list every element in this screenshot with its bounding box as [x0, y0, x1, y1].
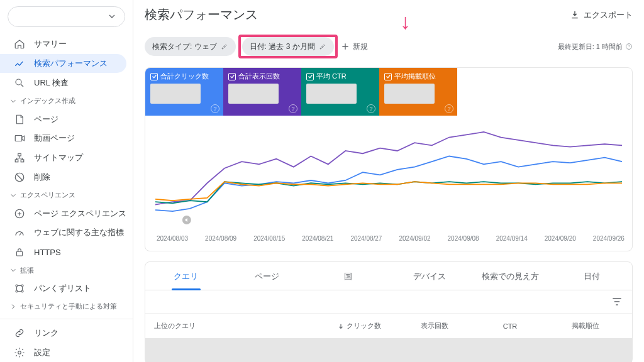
svg-point-8	[16, 285, 18, 287]
metric-value-redacted	[228, 84, 279, 104]
caret-right-icon	[10, 304, 16, 310]
metric-clicks[interactable]: 合計クリック数?	[145, 68, 223, 116]
performance-card: 合計クリック数? 合計表示回数? 平均 CTR? 平均掲載順位? 2024/08…	[145, 67, 633, 251]
filters-row: ↓ 検索タイプ: ウェブ 日付: 過去 3 か月間 新規 最終更新日: 1 時間…	[145, 37, 633, 56]
svg-rect-4	[21, 160, 24, 162]
tab-5[interactable]: 日付	[551, 262, 632, 290]
section-heading-experience[interactable]: エクスペリエンス	[0, 187, 133, 204]
caret-down-icon	[10, 98, 16, 104]
tab-2[interactable]: 国	[308, 262, 389, 290]
metric-value-redacted	[384, 84, 435, 104]
breakdown-card: クエリページ国デバイス検索での見え方日付 上位のクエリ クリック数 表示回数 C…	[145, 261, 633, 362]
caret-down-icon	[10, 267, 16, 273]
metric-boxes: 合計クリック数? 合計表示回数? 平均 CTR? 平均掲載順位?	[145, 68, 632, 116]
x-tick: 2024/08/27	[350, 235, 382, 242]
sidebar-item-url-inspect[interactable]: URL 検査	[0, 73, 126, 92]
sidebar-item-web-vitals[interactable]: ウェブに関する主な指標	[0, 223, 126, 243]
tab-0[interactable]: クエリ	[145, 262, 226, 290]
sidebar-item-breadcrumbs[interactable]: パンくずリスト	[0, 279, 126, 299]
svg-rect-7	[17, 251, 23, 256]
svg-point-11	[21, 290, 23, 292]
download-icon	[570, 10, 580, 20]
pencil-icon	[319, 43, 326, 50]
property-select[interactable]	[8, 6, 125, 27]
sort-down-icon	[338, 323, 344, 329]
x-axis-labels: 2024/08/032024/08/092024/08/152024/08/21…	[150, 234, 627, 246]
page-title: 検索パフォーマンス	[145, 6, 258, 23]
metric-position[interactable]: 平均掲載順位?	[379, 68, 457, 116]
gear-icon	[14, 347, 25, 358]
checkbox-icon	[306, 73, 314, 80]
tab-1[interactable]: ページ	[226, 262, 308, 290]
help-icon[interactable]: ?	[211, 104, 219, 113]
x-tick: 2024/09/02	[399, 235, 430, 242]
help-icon[interactable]: ?	[289, 104, 297, 113]
trend-icon	[14, 58, 25, 69]
help-icon[interactable]: ?	[367, 104, 375, 113]
x-tick: 2024/08/03	[157, 235, 188, 242]
filter-icon[interactable]	[611, 295, 623, 308]
metric-ctr[interactable]: 平均 CTR?	[301, 68, 379, 116]
main-content: 検索パフォーマンス エクスポート ↓ 検索タイプ: ウェブ 日付: 過去 3 か…	[133, 0, 644, 362]
sidebar-item-pages[interactable]: ページ	[0, 109, 126, 129]
add-filter-button[interactable]: 新規	[340, 41, 368, 52]
svg-point-12	[18, 351, 21, 354]
sidebar: サマリー 検索パフォーマンス URL 検査 インデックス作成 ページ 動画ページ…	[0, 0, 133, 362]
metric-value-redacted	[150, 84, 201, 104]
sidebar-item-https[interactable]: HTTPS	[0, 243, 126, 262]
section-heading-security[interactable]: セキュリティと手動による対策	[0, 298, 133, 315]
svg-point-0	[16, 79, 21, 85]
last-updated: 最終更新日: 1 時間前	[558, 42, 633, 52]
sidebar-item-links[interactable]: リンク	[0, 323, 126, 343]
metric-value-redacted	[306, 84, 357, 104]
line-chart: 2024/08/032024/08/092024/08/152024/08/21…	[145, 116, 632, 251]
x-tick: 2024/08/09	[205, 235, 236, 242]
section-heading-enh[interactable]: 拡張	[0, 262, 133, 279]
table-header: 上位のクエリ クリック数 表示回数 CTR 掲載順位	[145, 313, 632, 338]
remove-icon	[14, 172, 25, 183]
svg-point-9	[21, 285, 23, 287]
caret-down-icon	[10, 192, 16, 199]
sidebar-item-video-pages[interactable]: 動画ページ	[0, 129, 126, 148]
svg-point-10	[16, 290, 18, 292]
pencil-icon	[221, 43, 228, 50]
x-tick: 2024/08/15	[253, 235, 285, 242]
x-tick: 2024/09/20	[545, 235, 576, 242]
lock-icon	[14, 246, 25, 258]
sidebar-item-page-experience[interactable]: ページ エクスペリエンス	[0, 204, 126, 223]
breadcrumb-icon	[14, 283, 25, 294]
sidebar-item-performance[interactable]: 検索パフォーマンス	[0, 54, 126, 74]
checkbox-icon	[384, 73, 392, 80]
caret-down-icon	[108, 13, 116, 20]
svg-point-14	[629, 48, 630, 48]
th-position[interactable]: 掲載順位	[548, 321, 623, 331]
th-ctr[interactable]: CTR	[472, 322, 548, 330]
x-tick: 2024/09/14	[496, 235, 528, 242]
section-heading-index[interactable]: インデックス作成	[0, 92, 133, 109]
sidebar-item-label: URL 検査	[34, 77, 69, 89]
sidebar-item-label: サマリー	[34, 38, 67, 50]
export-button[interactable]: エクスポート	[570, 9, 633, 21]
plus-icon	[340, 41, 350, 52]
x-tick: 2024/08/21	[302, 235, 333, 242]
filter-chip-date[interactable]: 日付: 過去 3 か月間	[242, 37, 334, 56]
sidebar-item-removals[interactable]: 削除	[0, 167, 126, 187]
filter-chip-search-type[interactable]: 検索タイプ: ウェブ	[145, 37, 236, 56]
th-clicks[interactable]: クリック数	[321, 321, 397, 331]
tab-3[interactable]: デバイス	[389, 262, 470, 290]
table-rows-redacted	[145, 338, 632, 362]
svg-rect-1	[15, 136, 22, 141]
svg-rect-3	[15, 160, 18, 162]
search-icon	[14, 77, 25, 89]
help-icon[interactable]: ?	[445, 104, 453, 113]
metric-impressions[interactable]: 合計表示回数?	[223, 68, 301, 116]
tab-4[interactable]: 検索での見え方	[470, 262, 551, 290]
sidebar-item-summary[interactable]: サマリー	[0, 35, 126, 54]
plus-circle-icon	[14, 208, 25, 219]
link-icon	[14, 327, 25, 339]
annotation-arrow-icon: ↓	[400, 11, 411, 32]
sidebar-item-settings[interactable]: 設定	[0, 343, 126, 362]
th-impressions[interactable]: 表示回数	[397, 321, 472, 331]
help-icon[interactable]	[625, 43, 633, 50]
sidebar-item-sitemap[interactable]: サイトマップ	[0, 148, 126, 168]
